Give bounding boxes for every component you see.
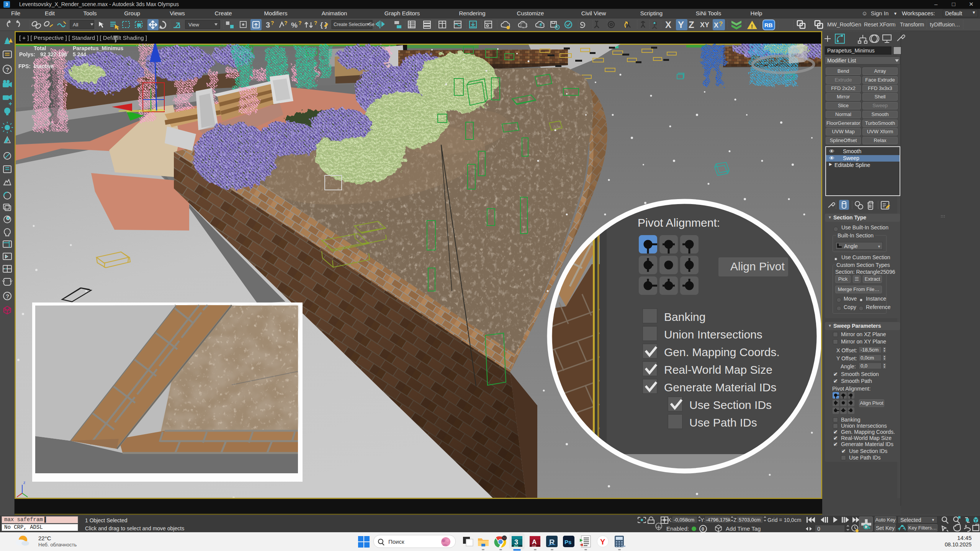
svg-text:Parapetus_Minimus: Parapetus_Minimus (73, 45, 123, 51)
svg-text:View: View (188, 22, 200, 28)
svg-text:[ + ] [ Perspective ] [ Standa: [ + ] [ Perspective ] [ Standard ] [ Def… (19, 34, 147, 41)
svg-text:BACK: BACK (791, 53, 802, 57)
svg-text:All: All (73, 22, 79, 28)
svg-text:?: ? (6, 293, 9, 299)
svg-text:Parapetus_Minimus: Parapetus_Minimus (827, 47, 875, 54)
svg-text:tyDiffusion…: tyDiffusion… (930, 21, 960, 28)
svg-text:?: ? (284, 20, 288, 26)
svg-text:{: { (320, 21, 323, 29)
svg-text:Use Section IDs: Use Section IDs (689, 399, 772, 411)
svg-text:Enabled:: Enabled: (666, 525, 689, 532)
svg-text:5703,0cm: 5703,0cm (739, 517, 761, 523)
svg-text:Grid = 10,0cm: Grid = 10,0cm (767, 517, 801, 523)
svg-text:Transform: Transform (900, 21, 924, 28)
svg-text:X:: X: (668, 517, 672, 523)
svg-text:Polys:: Polys: (19, 51, 35, 57)
svg-text:Generate Material IDs: Generate Material IDs (664, 381, 776, 394)
svg-text:Banking: Banking (664, 311, 705, 323)
svg-text:Z: Z (689, 20, 694, 30)
svg-text:Pivot Alignment:: Pivot Alignment: (638, 216, 720, 229)
svg-text:z: z (23, 480, 26, 485)
svg-text:-0,058cm: -0,058cm (674, 517, 694, 523)
svg-text:5 244: 5 244 (73, 51, 86, 57)
svg-text:FPS:: FPS: (18, 63, 31, 69)
svg-text:Total: Total (34, 45, 46, 51)
svg-text:Reset XForm: Reset XForm (864, 21, 895, 28)
svg-text:Align Pivot: Align Pivot (730, 260, 785, 273)
svg-text:Inactive: Inactive (34, 63, 54, 69)
svg-text:0: 0 (817, 526, 820, 532)
svg-text:MAX: MAX (514, 545, 519, 547)
svg-text:?: ? (298, 20, 302, 26)
svg-text:X: X (714, 21, 718, 29)
svg-text:Real-World Map Size: Real-World Map Size (664, 363, 772, 376)
svg-text:Y: Y (600, 538, 605, 546)
svg-text:Y: Y (678, 20, 684, 30)
svg-text:?: ? (271, 20, 274, 26)
svg-text:%: % (291, 21, 298, 29)
svg-text:?: ? (719, 20, 723, 28)
svg-text:X: X (665, 20, 671, 30)
svg-text:3: 3 (266, 21, 270, 29)
svg-text:92 327 196: 92 327 196 (40, 51, 67, 57)
svg-text:Ps: Ps (564, 539, 571, 545)
svg-text:0: 0 (702, 526, 704, 532)
svg-text:Union Intersections: Union Intersections (664, 328, 762, 341)
svg-text:MW_RoofGen: MW_RoofGen (827, 21, 861, 28)
svg-text:Use Path IDs: Use Path IDs (689, 416, 757, 429)
svg-text:Gen. Mapping Coords.: Gen. Mapping Coords. (664, 346, 780, 358)
svg-text:XY: XY (700, 21, 709, 29)
svg-text:RB: RB (764, 22, 773, 28)
svg-text:Modifier List: Modifier List (827, 57, 856, 64)
svg-text:!: ! (751, 23, 753, 29)
svg-text:?: ? (314, 20, 317, 26)
svg-text:?: ? (6, 66, 9, 73)
svg-text:Add Time Tag: Add Time Tag (726, 525, 761, 532)
svg-text:-4796,175ƙ: -4796,175ƙ (706, 517, 731, 523)
svg-text:CAD: CAD (532, 545, 536, 547)
svg-text:Поиск: Поиск (388, 538, 404, 545)
